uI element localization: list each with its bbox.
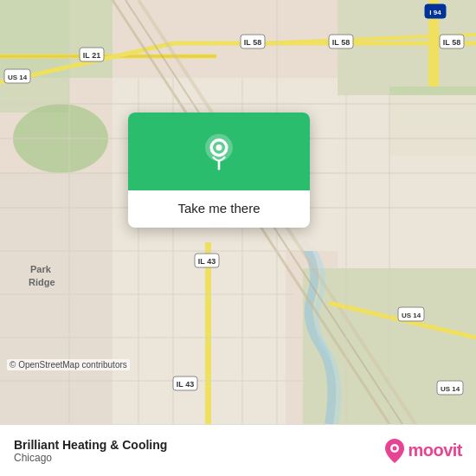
svg-rect-20 xyxy=(205,242,211,424)
svg-text:US 14: US 14 xyxy=(402,312,421,319)
moovit-logo[interactable]: moovit xyxy=(385,439,462,463)
svg-text:IL 58: IL 58 xyxy=(332,38,350,47)
location-pin-icon xyxy=(200,132,238,170)
business-location: Chicago xyxy=(14,452,167,464)
business-info: Brilliant Heating & Cooling Chicago xyxy=(14,438,167,464)
svg-point-61 xyxy=(215,145,222,151)
map-copyright: © OpenStreetMap contributors xyxy=(7,359,130,370)
svg-point-63 xyxy=(393,446,397,450)
svg-text:IL 21: IL 21 xyxy=(83,51,100,60)
moovit-pin-icon xyxy=(385,439,404,463)
bottom-bar: Brilliant Heating & Cooling Chicago moov… xyxy=(0,424,476,476)
popup-body[interactable]: Take me there xyxy=(128,190,310,228)
svg-text:IL 58: IL 58 xyxy=(244,38,261,47)
svg-text:US 14: US 14 xyxy=(441,385,460,393)
map-container: IL 21 US 14 IL 58 IL 58 IL 58 I 94 IL 43… xyxy=(0,0,476,424)
popup-header xyxy=(128,113,310,190)
svg-text:US 14: US 14 xyxy=(8,74,28,81)
popup-card: Take me there xyxy=(128,113,310,228)
svg-rect-10 xyxy=(338,95,476,268)
moovit-logo-text: moovit xyxy=(408,441,462,460)
svg-text:IL 43: IL 43 xyxy=(198,257,215,266)
svg-text:IL 43: IL 43 xyxy=(177,380,194,389)
svg-text:I 94: I 94 xyxy=(429,9,441,16)
svg-text:Ridge: Ridge xyxy=(29,277,55,287)
svg-text:IL 58: IL 58 xyxy=(443,38,460,47)
business-name: Brilliant Heating & Cooling xyxy=(14,438,167,452)
take-me-there-button[interactable]: Take me there xyxy=(177,201,260,215)
svg-text:Park: Park xyxy=(30,264,52,274)
svg-rect-9 xyxy=(0,173,113,424)
